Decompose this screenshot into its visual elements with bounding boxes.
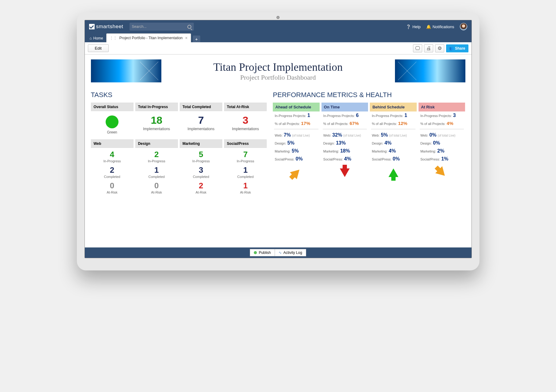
sub-label: In-Progress <box>181 159 221 163</box>
metric-number: 18 <box>137 114 177 126</box>
card-head: Overall Status <box>91 103 133 111</box>
sub-number: 3 <box>181 165 221 175</box>
sub-number: 2 <box>92 165 132 175</box>
perf-column: Behind Schedule In-Progress Projects: 1 … <box>370 103 417 183</box>
dashboard-canvas: Titan Project Implementation Project Por… <box>85 55 471 247</box>
task-card: Overall StatusGreen <box>91 103 133 138</box>
toolbar: Edit 🖵 🖨 ⚙ 👥 Share <box>85 42 471 55</box>
task-category-card: Social/Press7In-Progress1Completed1At-Ri… <box>224 139 267 198</box>
task-category-card: Design2In-Progress1Completed0At-Risk <box>135 139 178 198</box>
sub-number: 2 <box>181 181 221 190</box>
sub-number: 0 <box>92 181 132 190</box>
sub-label: At-Risk <box>137 190 177 194</box>
perf-heading: PERFORMANCE METRICS & HEALTH <box>273 91 465 99</box>
tab-active[interactable]: ⋮⋮ Project Portfolio - Titan Implementat… <box>106 33 191 42</box>
tabbar: ⌂ Home ⋮⋮ Project Portfolio - Titan Impl… <box>85 33 471 42</box>
device-camera <box>276 16 280 19</box>
perf-head: Ahead of Schedule <box>273 103 320 111</box>
help-icon: ❔ <box>406 24 411 29</box>
sub-label: At-Risk <box>225 190 265 194</box>
metric-label: Implementations <box>225 127 265 131</box>
task-card: Total Completed7Implementations <box>180 103 222 138</box>
bell-icon: 🔔 <box>426 24 431 29</box>
banner-left <box>91 59 161 82</box>
help-link[interactable]: ❔ Help <box>406 24 421 29</box>
card-head: Marketing <box>180 139 222 148</box>
present-button[interactable]: 🖵 <box>413 44 422 52</box>
print-icon: 🖨 <box>426 46 431 51</box>
perf-column: On Time In-Progress Projects: 6 % of all… <box>321 103 368 183</box>
card-head: Social/Press <box>224 139 267 148</box>
tab-active-label: Project Portfolio - Titan Implementation <box>119 36 183 40</box>
people-icon: 👥 <box>449 46 454 51</box>
perf-head: At Risk <box>419 103 465 111</box>
banner-right <box>395 59 465 82</box>
page-title: Titan Project Implementation <box>167 61 389 74</box>
task-card: Total At-Risk3Implementations <box>224 103 267 138</box>
card-head: Total Completed <box>180 103 222 111</box>
metric-number: 7 <box>181 114 221 126</box>
tasks-heading: TASKS <box>91 91 267 99</box>
activity-icon: ∿ <box>279 251 282 255</box>
sub-label: In-Progress <box>137 159 177 163</box>
card-head: Total In-Progress <box>135 103 178 111</box>
page-subtitle: Project Portfolio Dashboard <box>167 74 389 81</box>
trend-arrow-icon <box>340 168 350 177</box>
perf-column: Ahead of Schedule In-Progress Projects: … <box>273 103 320 183</box>
tab-home-label: Home <box>93 36 103 40</box>
sub-number: 4 <box>92 150 132 159</box>
bottom-bar: Publish ∿ Activity Log <box>85 247 471 258</box>
sub-label: Completed <box>181 175 221 179</box>
card-head: Design <box>135 139 178 148</box>
gear-icon: ⚙ <box>438 45 442 51</box>
metric-label: Implementations <box>137 127 177 131</box>
avatar[interactable] <box>460 23 467 30</box>
home-icon: ⌂ <box>90 36 92 40</box>
close-icon[interactable]: × <box>185 36 188 40</box>
search-box[interactable] <box>130 23 194 31</box>
activity-label: Activity Log <box>284 251 302 255</box>
globe-icon <box>254 251 257 254</box>
sub-number: 5 <box>181 150 221 159</box>
checkmark-icon <box>89 24 95 29</box>
sub-number: 1 <box>225 181 265 190</box>
task-category-card: Marketing5In-Progress3Completed2At-Risk <box>180 139 222 198</box>
sub-number: 0 <box>137 181 177 190</box>
metric-number: 3 <box>225 114 265 126</box>
sub-label: Completed <box>225 175 265 179</box>
search-icon <box>187 25 191 29</box>
settings-button[interactable]: ⚙ <box>435 44 444 52</box>
tab-home[interactable]: ⌂ Home <box>87 34 106 42</box>
perf-head: On Time <box>321 103 368 111</box>
task-card: Total In-Progress18Implementations <box>135 103 178 138</box>
publish-label: Publish <box>259 251 271 255</box>
sub-number: 7 <box>225 150 265 159</box>
sub-label: In-Progress <box>225 159 265 163</box>
share-button[interactable]: 👥 Share <box>446 44 468 52</box>
perf-head: Behind Schedule <box>370 103 417 111</box>
trend-arrow-icon <box>435 166 448 179</box>
notifications-link[interactable]: 🔔 Notifications <box>426 24 454 29</box>
sub-number: 2 <box>137 150 177 159</box>
help-label: Help <box>412 24 421 29</box>
trend-arrow-icon <box>389 168 398 177</box>
monitor-icon: 🖵 <box>415 46 420 51</box>
trend-arrow-icon <box>290 166 302 179</box>
sub-number: 1 <box>225 165 265 175</box>
brand-logo[interactable]: smartsheet <box>89 24 123 30</box>
sub-label: In-Progress <box>92 159 132 163</box>
edit-button[interactable]: Edit <box>88 44 109 52</box>
metric-label: Implementations <box>181 127 221 131</box>
sub-label: At-Risk <box>92 190 132 194</box>
print-button[interactable]: 🖨 <box>424 44 433 52</box>
search-input[interactable] <box>132 24 187 29</box>
publish-button[interactable]: Publish <box>250 249 274 256</box>
activity-log-button[interactable]: ∿ Activity Log <box>275 249 306 256</box>
add-tab-button[interactable]: + <box>193 36 200 42</box>
card-head: Total At-Risk <box>224 103 267 111</box>
perf-column: At Risk In-Progress Projects: 3 % of all… <box>419 103 465 183</box>
sub-number: 1 <box>137 165 177 175</box>
app-topbar: smartsheet ❔ Help 🔔 Notifications <box>85 20 471 33</box>
grip-icon: ⋮⋮ <box>110 36 117 40</box>
notifications-label: Notifications <box>433 24 454 29</box>
